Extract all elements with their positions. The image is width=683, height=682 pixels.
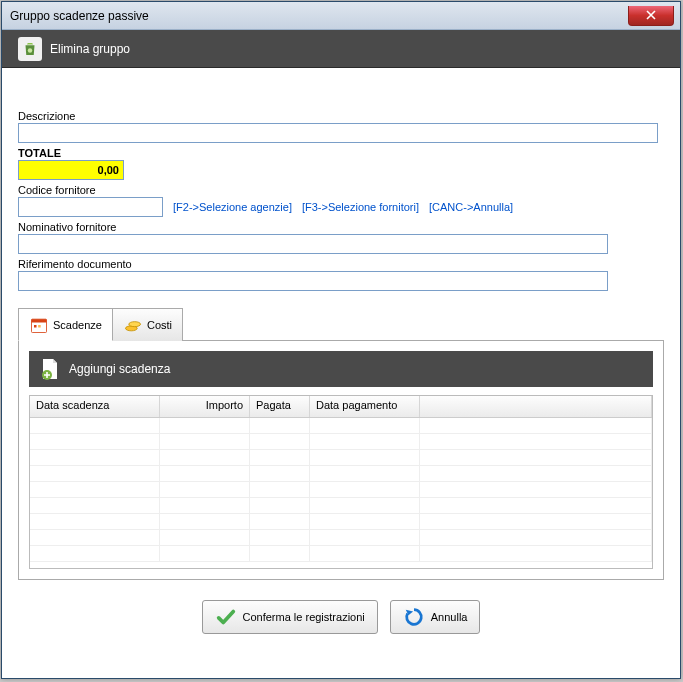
tab-pane-scadenze: Aggiungi scadenza Data scadenza Importo … — [18, 341, 664, 580]
grid-row — [30, 498, 652, 514]
codice-fornitore-input[interactable] — [18, 197, 163, 217]
undo-arrow-icon — [403, 606, 425, 628]
confirm-label: Conferma le registrazioni — [243, 611, 365, 623]
sub-toolbar: Aggiungi scadenza — [29, 351, 653, 387]
svg-point-0 — [28, 48, 33, 53]
tab-scadenze[interactable]: Scadenze — [18, 308, 113, 341]
totale-field: TOTALE — [18, 147, 664, 180]
col-data-pagamento[interactable]: Data pagamento — [310, 396, 420, 417]
tabstrip: Scadenze Costi — [18, 307, 664, 341]
grid-body[interactable] — [30, 418, 652, 568]
grid-header: Data scadenza Importo Pagata Data pagame… — [30, 396, 652, 418]
descrizione-label: Descrizione — [18, 110, 664, 122]
col-spacer — [420, 396, 652, 417]
cancel-label: Annulla — [431, 611, 468, 623]
svg-rect-2 — [32, 319, 47, 322]
checkmark-icon — [215, 606, 237, 628]
nominativo-fornitore-label: Nominativo fornitore — [18, 221, 664, 233]
grid-row — [30, 514, 652, 530]
fkey-f3-link[interactable]: [F3->Selezione fornitori] — [302, 201, 419, 213]
delete-group-button[interactable]: Elimina gruppo — [12, 35, 136, 63]
col-pagata[interactable]: Pagata — [250, 396, 310, 417]
grid-row — [30, 418, 652, 434]
totale-value — [18, 160, 124, 180]
svg-rect-4 — [38, 325, 41, 328]
add-document-icon — [39, 356, 61, 382]
descrizione-field: Descrizione — [18, 110, 664, 143]
add-scadenza-button[interactable]: Aggiungi scadenza — [39, 356, 170, 382]
riferimento-documento-field: Riferimento documento — [18, 258, 664, 291]
fkey-f2-link[interactable]: [F2->Selezione agenzie] — [173, 201, 292, 213]
codice-fornitore-field: Codice fornitore [F2->Selezione agenzie]… — [18, 184, 664, 217]
grid-row — [30, 450, 652, 466]
nominativo-fornitore-input[interactable] — [18, 234, 608, 254]
svg-rect-3 — [34, 325, 37, 328]
trash-icon — [18, 37, 42, 61]
totale-label: TOTALE — [18, 147, 664, 159]
grid-row — [30, 466, 652, 482]
riferimento-documento-label: Riferimento documento — [18, 258, 664, 270]
descrizione-input[interactable] — [18, 123, 658, 143]
tab-scadenze-label: Scadenze — [53, 319, 102, 331]
dialog-footer: Conferma le registrazioni Annulla — [2, 588, 680, 644]
nominativo-fornitore-field: Nominativo fornitore — [18, 221, 664, 254]
cancel-button[interactable]: Annulla — [390, 600, 481, 634]
grid-row — [30, 482, 652, 498]
tab-costi-label: Costi — [147, 319, 172, 331]
coins-icon — [123, 315, 143, 335]
close-button[interactable] — [628, 6, 674, 26]
fkey-canc-link[interactable]: [CANC->Annulla] — [429, 201, 513, 213]
col-data-scadenza[interactable]: Data scadenza — [30, 396, 160, 417]
add-scadenza-label: Aggiungi scadenza — [69, 362, 170, 376]
codice-fornitore-label: Codice fornitore — [18, 184, 664, 196]
dialog-window: Gruppo scadenze passive Elimina gruppo D… — [1, 1, 681, 679]
riferimento-documento-input[interactable] — [18, 271, 608, 291]
svg-point-6 — [129, 322, 141, 327]
tab-costi[interactable]: Costi — [112, 308, 183, 341]
grid-row — [30, 434, 652, 450]
scadenze-grid: Data scadenza Importo Pagata Data pagame… — [29, 395, 653, 569]
titlebar: Gruppo scadenze passive — [2, 2, 680, 30]
grid-row — [30, 530, 652, 546]
close-icon — [646, 10, 656, 20]
form-area: Descrizione TOTALE Codice fornitore [F2-… — [2, 68, 680, 588]
main-toolbar: Elimina gruppo — [2, 30, 680, 68]
confirm-button[interactable]: Conferma le registrazioni — [202, 600, 378, 634]
delete-group-label: Elimina gruppo — [50, 42, 130, 56]
col-importo[interactable]: Importo — [160, 396, 250, 417]
grid-row — [30, 546, 652, 562]
calendar-icon — [29, 315, 49, 335]
window-title: Gruppo scadenze passive — [10, 9, 149, 23]
